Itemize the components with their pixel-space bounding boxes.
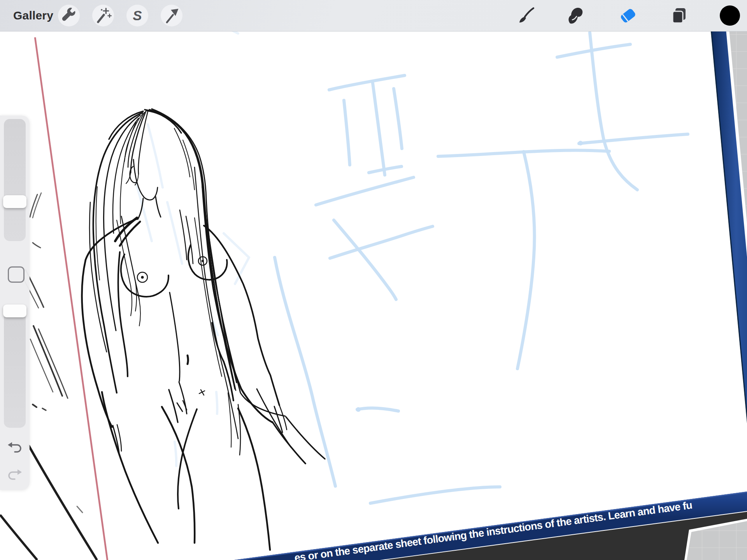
brush-sidebar xyxy=(0,116,30,490)
top-toolbar: Gallery S xyxy=(0,0,747,32)
adjustments-button[interactable] xyxy=(92,5,114,26)
magic-wand-icon xyxy=(94,6,112,25)
brush-tool-button[interactable] xyxy=(516,5,536,26)
undo-arrow-icon[interactable] xyxy=(7,439,23,455)
selection-button[interactable]: S xyxy=(126,5,148,26)
opacity-handle[interactable] xyxy=(3,304,26,317)
gallery-button[interactable]: Gallery xyxy=(13,0,53,31)
s-selection-icon: S xyxy=(128,6,147,25)
smudge-finger-icon xyxy=(565,5,585,26)
arrow-cursor-icon xyxy=(162,6,181,25)
layers-icon xyxy=(669,5,689,26)
drawing-canvas: es or on the separate sheet following th… xyxy=(0,0,747,560)
transform-button[interactable] xyxy=(161,5,182,26)
layers-button[interactable] xyxy=(669,5,689,26)
opacity-slider[interactable] xyxy=(4,304,26,428)
modify-button[interactable] xyxy=(8,266,25,283)
canvas-area[interactable]: es or on the separate sheet following th… xyxy=(0,0,747,560)
active-color-swatch[interactable] xyxy=(720,5,740,26)
redo-arrow-icon[interactable] xyxy=(7,466,23,483)
eraser-tool-button[interactable] xyxy=(618,5,638,26)
actions-button[interactable] xyxy=(58,5,80,26)
brush-size-handle[interactable] xyxy=(3,195,26,208)
smudge-tool-button[interactable] xyxy=(565,5,585,26)
app-window: es or on the separate sheet following th… xyxy=(0,0,747,560)
wrench-icon xyxy=(60,6,78,25)
svg-text:S: S xyxy=(133,8,142,23)
paintbrush-icon xyxy=(516,5,536,26)
eraser-icon xyxy=(618,5,638,26)
brush-size-slider[interactable] xyxy=(4,119,26,241)
